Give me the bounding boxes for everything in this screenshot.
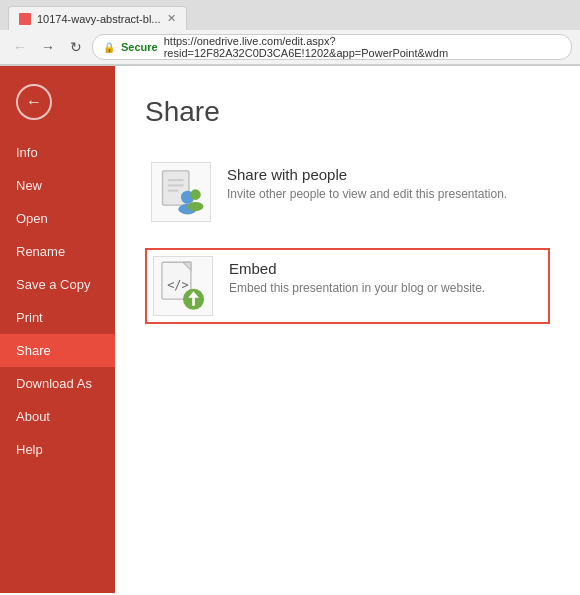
- browser-chrome: 10174-wavy-abstract-bl... ✕ ← → ↻ 🔒 Secu…: [0, 0, 580, 66]
- nav-bar: ← → ↻ 🔒 Secure https://onedrive.live.com…: [0, 30, 580, 65]
- sidebar-item-save-a-copy[interactable]: Save a Copy: [0, 268, 115, 301]
- browser-tab[interactable]: 10174-wavy-abstract-bl... ✕: [8, 6, 187, 30]
- back-arrow-icon: ←: [26, 93, 42, 111]
- sidebar-item-about[interactable]: About: [0, 400, 115, 433]
- address-bar[interactable]: 🔒 Secure https://onedrive.live.com/edit.…: [92, 34, 572, 60]
- embed-icon: </>: [153, 256, 213, 316]
- tab-bar: 10174-wavy-abstract-bl... ✕: [0, 0, 580, 30]
- sidebar-item-rename[interactable]: Rename: [0, 235, 115, 268]
- address-text: https://onedrive.live.com/edit.aspx?resi…: [164, 35, 561, 59]
- sidebar-item-help[interactable]: Help: [0, 433, 115, 466]
- embed-title: Embed: [229, 260, 485, 277]
- share-with-people-option[interactable]: Share with people Invite other people to…: [145, 156, 550, 228]
- refresh-button[interactable]: ↻: [64, 35, 88, 59]
- secure-label: Secure: [121, 41, 158, 53]
- forward-button[interactable]: →: [36, 35, 60, 59]
- sidebar-item-print[interactable]: Print: [0, 301, 115, 334]
- main-content: Share Share with people: [115, 66, 580, 593]
- share-people-title: Share with people: [227, 166, 507, 183]
- sidebar-item-info[interactable]: Info: [0, 136, 115, 169]
- sidebar-back-button[interactable]: ←: [16, 84, 52, 120]
- secure-icon: 🔒: [103, 42, 115, 53]
- svg-point-5: [190, 189, 201, 200]
- share-people-text: Share with people Invite other people to…: [227, 162, 507, 201]
- share-people-icon: [151, 162, 211, 222]
- sidebar: ← Info New Open Rename Save a Copy Print…: [0, 66, 115, 593]
- sidebar-item-share[interactable]: Share: [0, 334, 115, 367]
- embed-desc: Embed this presentation in your blog or …: [229, 281, 485, 295]
- sidebar-item-new[interactable]: New: [0, 169, 115, 202]
- share-people-desc: Invite other people to view and edit thi…: [227, 187, 507, 201]
- sidebar-item-open[interactable]: Open: [0, 202, 115, 235]
- tab-close-button[interactable]: ✕: [167, 12, 176, 25]
- embed-text: Embed Embed this presentation in your bl…: [229, 256, 485, 295]
- embed-option[interactable]: </> Embed Embed this presentation in you…: [145, 248, 550, 324]
- page-title: Share: [145, 96, 550, 128]
- svg-text:</>: </>: [167, 278, 188, 292]
- tab-favicon: [19, 13, 31, 25]
- app-container: ← Info New Open Rename Save a Copy Print…: [0, 66, 580, 593]
- sidebar-item-download-as[interactable]: Download As: [0, 367, 115, 400]
- svg-point-7: [188, 202, 204, 211]
- back-button[interactable]: ←: [8, 35, 32, 59]
- tab-title: 10174-wavy-abstract-bl...: [37, 13, 161, 25]
